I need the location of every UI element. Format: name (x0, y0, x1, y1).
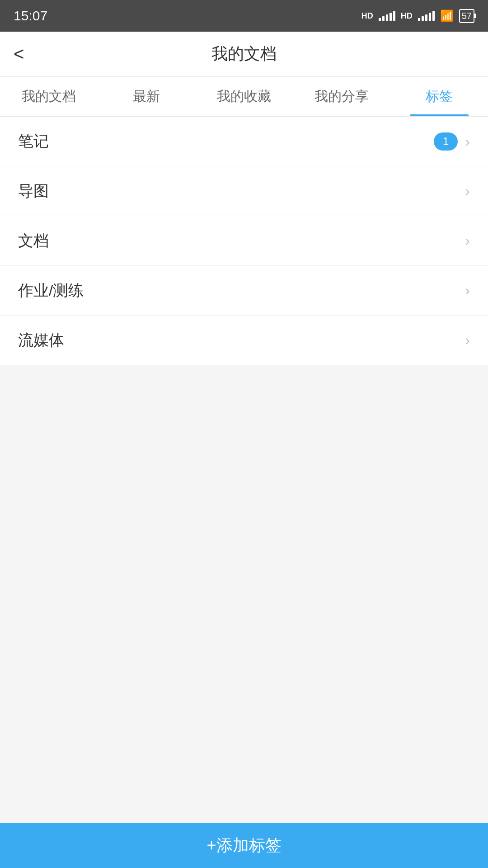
tab-shared[interactable]: 我的分享 (293, 77, 390, 116)
battery-icon: 57 (459, 9, 474, 23)
wifi-icon: 📶 (440, 9, 454, 22)
add-tag-button[interactable]: +添加标签 (0, 823, 488, 868)
list-item-label-homework: 作业/测练 (18, 280, 84, 301)
list-item-right-documents: › (465, 232, 470, 249)
list-item-documents[interactable]: 文档 › (0, 216, 488, 266)
chevron-right-icon-streaming: › (465, 332, 470, 349)
status-bar: 15:07 HD HD 📶 57 (0, 0, 488, 32)
chevron-right-icon-mindmap: › (465, 183, 470, 199)
list-item-notes[interactable]: 笔记 1 › (0, 117, 488, 166)
chevron-right-icon-documents: › (465, 232, 470, 249)
list-item-right-notes: 1 › (434, 132, 470, 151)
notes-badge: 1 (434, 132, 458, 151)
tab-latest[interactable]: 最新 (98, 77, 195, 116)
back-button[interactable]: < (14, 44, 24, 64)
list-item-right-streaming: › (465, 332, 470, 349)
tab-favorites[interactable]: 我的收藏 (195, 77, 293, 116)
chevron-right-icon-notes: › (465, 133, 470, 150)
signal-bars-2 (418, 11, 435, 21)
hd-icon-2: HD (401, 11, 413, 21)
tabs-bar: 我的文档 最新 我的收藏 我的分享 标签 (0, 77, 488, 117)
list-item-left-streaming: 流媒体 (18, 330, 64, 351)
list-item-mindmap[interactable]: 导图 › (0, 166, 488, 216)
battery-level: 57 (462, 11, 472, 21)
list-item-right-homework: › (465, 282, 470, 299)
list-item-label-mindmap: 导图 (18, 181, 49, 202)
chevron-right-icon-homework: › (465, 282, 470, 299)
tag-list: 笔记 1 › 导图 › 文档 › 作业/测练 › 流媒体 (0, 117, 488, 365)
list-item-label-notes: 笔记 (18, 131, 49, 152)
tab-my-docs[interactable]: 我的文档 (0, 77, 98, 116)
list-item-left-homework: 作业/测练 (18, 280, 84, 301)
page-title: 我的文档 (211, 43, 277, 65)
signal-bars-1 (379, 11, 395, 21)
status-time: 15:07 (14, 8, 47, 24)
header: < 我的文档 (0, 32, 488, 77)
hd-icon-1: HD (361, 11, 373, 21)
list-item-right-mindmap: › (465, 183, 470, 199)
list-item-label-streaming: 流媒体 (18, 330, 64, 351)
list-item-left-notes: 笔记 (18, 131, 49, 152)
list-item-streaming[interactable]: 流媒体 › (0, 316, 488, 365)
list-item-left-mindmap: 导图 (18, 181, 49, 202)
tab-tags[interactable]: 标签 (390, 77, 488, 116)
add-tag-label: +添加标签 (206, 835, 281, 857)
list-item-label-documents: 文档 (18, 231, 49, 251)
list-item-homework[interactable]: 作业/测练 › (0, 266, 488, 316)
list-item-left-documents: 文档 (18, 231, 49, 251)
status-icons: HD HD 📶 57 (361, 9, 474, 23)
